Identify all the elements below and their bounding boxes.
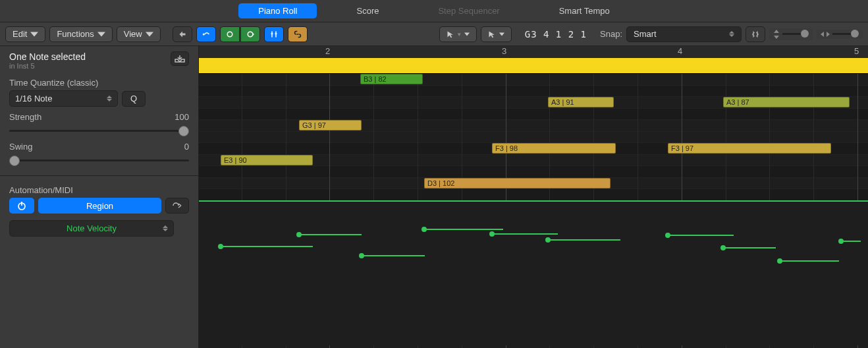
svg-marker-0 (30, 32, 38, 36)
midi-note[interactable]: B3 | 82 (360, 74, 423, 84)
collapse-button[interactable] (264, 26, 284, 42)
region-button[interactable]: Region (38, 198, 161, 214)
functions-menu[interactable]: Functions (49, 26, 112, 42)
velocity-point[interactable] (665, 233, 670, 238)
midi-in-button[interactable] (196, 26, 216, 42)
svg-marker-7 (447, 31, 452, 38)
svg-marker-6 (252, 32, 254, 36)
snap-label: Snap: (600, 29, 622, 39)
piano-roll-area[interactable]: 2345 B3 | 82A3 | 91A3 | 87G3 | 97F3 | 98… (199, 46, 868, 348)
midi-note[interactable]: D3 | 102 (424, 178, 610, 188)
playhead-position: G3 4 1 2 1 (516, 29, 596, 40)
velocity-point[interactable] (296, 232, 302, 237)
tab-score[interactable]: Score (337, 3, 398, 18)
piano-roll-toolbar: Edit Functions View ▾ G3 4 1 2 1 Snap: S… (0, 22, 868, 46)
edit-menu[interactable]: Edit (5, 26, 45, 42)
bar-number: 4 (678, 46, 682, 56)
svg-marker-2 (146, 32, 153, 36)
midi-note[interactable]: E3 | 90 (221, 155, 313, 165)
inspector-panel: One Note selected in Inst 5 Time Quantiz… (0, 46, 199, 348)
svg-point-5 (248, 32, 253, 37)
velocity-point[interactable] (545, 237, 551, 243)
midi-note[interactable]: F3 | 97 (668, 143, 831, 154)
svg-marker-10 (499, 32, 504, 36)
vertical-zoom-slider[interactable] (769, 28, 813, 40)
midi-note[interactable]: G3 | 97 (299, 120, 362, 130)
svg-marker-8 (464, 32, 470, 36)
alt-tool[interactable] (481, 26, 512, 42)
velocity-point[interactable] (838, 239, 844, 244)
tab-step-sequencer: Step Sequencer (418, 3, 519, 18)
cycle-button[interactable] (165, 198, 189, 214)
velocity-point[interactable] (777, 258, 782, 264)
velocity-point[interactable] (489, 231, 495, 237)
quantize-label: Time Quantize (classic) (9, 78, 189, 88)
svg-marker-14 (827, 32, 830, 37)
tab-piano-roll[interactable]: Piano Roll (238, 3, 317, 18)
svg-marker-12 (774, 36, 779, 39)
velocity-point[interactable] (720, 245, 726, 250)
bar-ruler[interactable]: 2345 (199, 58, 868, 74)
editor-tab-bar: Piano Roll Score Step Sequencer Smart Te… (0, 0, 868, 22)
svg-marker-13 (821, 32, 824, 37)
view-menu[interactable]: View (117, 26, 161, 42)
svg-point-4 (227, 32, 232, 37)
svg-marker-9 (489, 31, 494, 38)
bar-number: 3 (502, 46, 506, 56)
strength-slider[interactable] (9, 125, 189, 136)
horizontal-zoom-slider[interactable] (817, 30, 863, 39)
inbox-button[interactable] (171, 51, 189, 66)
pointer-tool[interactable]: ▾ (439, 26, 477, 42)
bar-number: 5 (854, 46, 859, 56)
midi-out-a-button[interactable] (220, 26, 240, 42)
quantize-select[interactable]: 1/16 Note (9, 90, 118, 107)
note-grid[interactable]: B3 | 82A3 | 91A3 | 87G3 | 97F3 | 98F3 | … (199, 74, 868, 348)
zoom-fit-h-button[interactable] (746, 26, 765, 42)
quantize-button[interactable]: Q (122, 91, 146, 107)
selection-sub: in Inst 5 (9, 62, 86, 70)
tab-smart-tempo[interactable]: Smart Tempo (539, 3, 630, 18)
swing-label: Swing (9, 142, 32, 152)
link-button[interactable] (288, 26, 308, 42)
swing-value: 0 (184, 142, 189, 152)
midi-note[interactable]: A3 | 91 (548, 97, 614, 107)
svg-point-3 (202, 33, 204, 35)
automation-lane[interactable] (199, 200, 868, 345)
svg-marker-1 (97, 32, 105, 36)
snap-mode-select[interactable]: Smart (626, 26, 742, 42)
swing-slider[interactable] (9, 154, 189, 166)
automation-label: Automation/MIDI (9, 185, 189, 195)
midi-note[interactable]: A3 | 87 (723, 97, 850, 107)
svg-marker-11 (774, 30, 779, 33)
power-button[interactable] (9, 198, 34, 214)
midi-note[interactable]: F3 | 98 (492, 143, 616, 154)
strength-value: 100 (175, 112, 189, 122)
strength-label: Strength (9, 112, 41, 122)
catch-playhead-button[interactable] (173, 26, 192, 42)
automation-param-select[interactable]: Note Velocity (9, 220, 174, 237)
midi-out-b-button[interactable] (240, 26, 260, 42)
velocity-point[interactable] (218, 244, 223, 249)
velocity-point[interactable] (359, 253, 364, 258)
velocity-point[interactable] (421, 227, 427, 232)
selection-title: One Note selected (9, 51, 86, 62)
bar-number: 2 (325, 46, 330, 56)
